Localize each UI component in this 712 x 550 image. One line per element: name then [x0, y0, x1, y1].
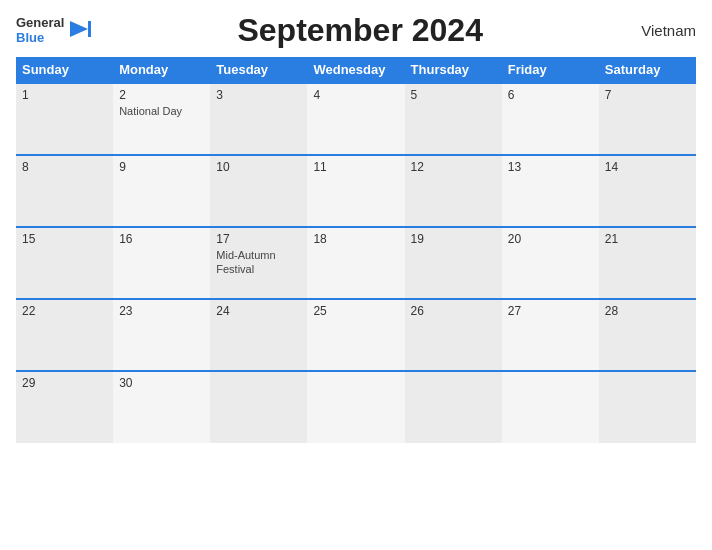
calendar-cell: 12 [405, 155, 502, 227]
calendar-cell: 22 [16, 299, 113, 371]
day-number: 7 [605, 88, 690, 102]
calendar-cell: 5 [405, 83, 502, 155]
day-number: 6 [508, 88, 593, 102]
calendar-cell [502, 371, 599, 443]
calendar-week-row: 2930 [16, 371, 696, 443]
calendar-cell: 15 [16, 227, 113, 299]
calendar-cell: 7 [599, 83, 696, 155]
calendar-cell: 4 [307, 83, 404, 155]
day-number: 30 [119, 376, 204, 390]
day-number: 22 [22, 304, 107, 318]
calendar-cell: 8 [16, 155, 113, 227]
col-saturday: Saturday [599, 57, 696, 83]
col-wednesday: Wednesday [307, 57, 404, 83]
calendar-cell: 6 [502, 83, 599, 155]
calendar-week-row: 891011121314 [16, 155, 696, 227]
svg-marker-0 [70, 21, 88, 37]
day-number: 28 [605, 304, 690, 318]
calendar-cell: 17Mid-Autumn Festival [210, 227, 307, 299]
col-monday: Monday [113, 57, 210, 83]
calendar-cell: 9 [113, 155, 210, 227]
day-number: 26 [411, 304, 496, 318]
event-label: Mid-Autumn Festival [216, 248, 301, 277]
day-number: 18 [313, 232, 398, 246]
calendar-cell: 27 [502, 299, 599, 371]
calendar-cell: 14 [599, 155, 696, 227]
calendar-week-row: 151617Mid-Autumn Festival18192021 [16, 227, 696, 299]
col-tuesday: Tuesday [210, 57, 307, 83]
day-number: 5 [411, 88, 496, 102]
calendar-cell: 13 [502, 155, 599, 227]
day-number: 21 [605, 232, 690, 246]
day-number: 12 [411, 160, 496, 174]
day-number: 3 [216, 88, 301, 102]
day-number: 14 [605, 160, 690, 174]
calendar-week-row: 22232425262728 [16, 299, 696, 371]
day-number: 25 [313, 304, 398, 318]
calendar-cell: 30 [113, 371, 210, 443]
calendar-week-row: 12National Day34567 [16, 83, 696, 155]
col-friday: Friday [502, 57, 599, 83]
calendar-title: September 2024 [94, 12, 626, 49]
day-number: 9 [119, 160, 204, 174]
logo-icon [66, 17, 94, 45]
calendar-cell: 23 [113, 299, 210, 371]
col-thursday: Thursday [405, 57, 502, 83]
day-number: 8 [22, 160, 107, 174]
day-number: 24 [216, 304, 301, 318]
country-label: Vietnam [626, 22, 696, 39]
page: General Blue September 2024 Vietnam Sund… [0, 0, 712, 550]
day-number: 13 [508, 160, 593, 174]
calendar-table: Sunday Monday Tuesday Wednesday Thursday… [16, 57, 696, 443]
calendar-cell: 3 [210, 83, 307, 155]
calendar-cell [307, 371, 404, 443]
calendar-cell: 20 [502, 227, 599, 299]
calendar-cell: 21 [599, 227, 696, 299]
day-number: 19 [411, 232, 496, 246]
day-number: 10 [216, 160, 301, 174]
calendar-cell: 16 [113, 227, 210, 299]
logo: General Blue [16, 16, 94, 45]
logo-text-blue: Blue [16, 31, 44, 45]
calendar-cell: 18 [307, 227, 404, 299]
calendar-cell: 10 [210, 155, 307, 227]
day-number: 1 [22, 88, 107, 102]
calendar-cell: 25 [307, 299, 404, 371]
calendar-cell [210, 371, 307, 443]
calendar-cell [599, 371, 696, 443]
col-sunday: Sunday [16, 57, 113, 83]
calendar-cell: 19 [405, 227, 502, 299]
day-number: 11 [313, 160, 398, 174]
calendar-cell: 11 [307, 155, 404, 227]
event-label: National Day [119, 104, 204, 118]
day-number: 2 [119, 88, 204, 102]
day-number: 16 [119, 232, 204, 246]
header: General Blue September 2024 Vietnam [16, 12, 696, 49]
day-number: 15 [22, 232, 107, 246]
day-number: 20 [508, 232, 593, 246]
calendar-cell [405, 371, 502, 443]
calendar-header-row: Sunday Monday Tuesday Wednesday Thursday… [16, 57, 696, 83]
calendar-cell: 1 [16, 83, 113, 155]
day-number: 29 [22, 376, 107, 390]
calendar-cell: 28 [599, 299, 696, 371]
day-number: 4 [313, 88, 398, 102]
calendar-cell: 2National Day [113, 83, 210, 155]
day-number: 17 [216, 232, 301, 246]
calendar-cell: 24 [210, 299, 307, 371]
calendar-cell: 29 [16, 371, 113, 443]
day-number: 27 [508, 304, 593, 318]
logo-text-general: General [16, 16, 64, 30]
calendar-cell: 26 [405, 299, 502, 371]
day-number: 23 [119, 304, 204, 318]
svg-rect-1 [88, 21, 91, 37]
